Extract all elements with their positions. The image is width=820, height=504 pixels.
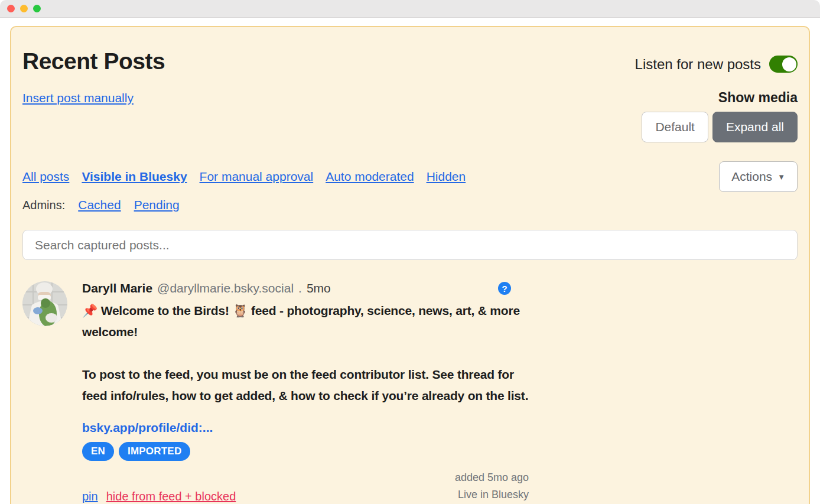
post-badges: EN IMPORTED (82, 442, 529, 461)
recent-posts-panel: Recent Posts Listen for new posts Insert… (10, 26, 810, 504)
post-paragraph-1: 📌 Welcome to the Birds! 🦉 feed - photogr… (82, 300, 529, 343)
page-title: Recent Posts (22, 48, 165, 74)
insert-post-link[interactable]: Insert post manually (22, 91, 134, 105)
minimize-window-icon[interactable] (20, 5, 28, 12)
author-name[interactable]: Daryll Marie (82, 281, 152, 295)
admins-row: Admins: Cached Pending (22, 198, 798, 212)
listen-toggle[interactable] (769, 56, 798, 73)
close-window-icon[interactable] (7, 5, 15, 12)
dot-separator: . (298, 281, 302, 295)
post-profile-link[interactable]: bsky.app/profile/did:... (82, 421, 213, 435)
pin-post-link[interactable]: pin (82, 490, 98, 503)
post-status: Live in Bluesky (455, 486, 529, 503)
zoom-window-icon[interactable] (33, 5, 41, 12)
post-footer: pin hide from feed + blocked added 5mo a… (82, 469, 529, 503)
actions-label: Actions (731, 170, 772, 184)
toggle-knob (782, 57, 796, 71)
post-content: Daryll Marie @daryllmarie.bsky.social . … (82, 281, 529, 503)
post-action-links: pin hide from feed + blocked (82, 490, 236, 503)
window-titlebar (0, 0, 820, 18)
admins-pending-link[interactable]: Pending (134, 198, 180, 212)
actions-dropdown-button[interactable]: Actions ▼ (719, 161, 798, 192)
help-icon[interactable]: ? (498, 282, 511, 295)
post-header: Daryll Marie @daryllmarie.bsky.social . … (82, 281, 529, 295)
post-age: 5mo (307, 281, 331, 295)
avatar[interactable] (22, 281, 67, 326)
tab-auto-moderated[interactable]: Auto moderated (326, 170, 414, 184)
tabs-row: All posts Visible in Bluesky For manual … (22, 161, 798, 192)
tab-for-manual-approval[interactable]: For manual approval (200, 170, 314, 184)
expand-all-media-button[interactable]: Expand all (712, 112, 798, 142)
subheader-row: Insert post manually Show media (22, 90, 798, 106)
listen-label: Listen for new posts (635, 56, 761, 73)
imported-badge: IMPORTED (119, 442, 190, 461)
post-item: Daryll Marie @daryllmarie.bsky.social . … (22, 281, 798, 503)
media-buttons-group: Default Expand all (22, 112, 798, 142)
header-row: Recent Posts Listen for new posts (22, 48, 798, 74)
show-media-label: Show media (718, 90, 798, 106)
traffic-lights (7, 5, 41, 12)
listen-row: Listen for new posts (635, 56, 798, 73)
default-media-button[interactable]: Default (642, 112, 708, 142)
language-badge: EN (82, 442, 114, 461)
post-paragraph-2: To post to the feed, you must be on the … (82, 364, 529, 407)
post-added-timestamp: added 5mo ago (455, 469, 529, 486)
hide-from-feed-link[interactable]: hide from feed + blocked (106, 490, 236, 503)
admins-label: Admins: (22, 199, 65, 212)
post-body: 📌 Welcome to the Birds! 🦉 feed - photogr… (82, 300, 529, 407)
tab-visible-in-bluesky[interactable]: Visible in Bluesky (82, 170, 187, 184)
admins-cached-link[interactable]: Cached (78, 198, 121, 212)
filter-tabs: All posts Visible in Bluesky For manual … (22, 170, 466, 184)
tab-hidden[interactable]: Hidden (427, 170, 466, 184)
search-input[interactable] (22, 230, 798, 260)
chevron-down-icon: ▼ (777, 173, 785, 181)
avatar-image (22, 281, 67, 326)
tab-all-posts[interactable]: All posts (22, 170, 69, 184)
author-handle[interactable]: @daryllmarie.bsky.social (157, 281, 294, 295)
post-meta: added 5mo ago Live in Bluesky (455, 469, 529, 503)
